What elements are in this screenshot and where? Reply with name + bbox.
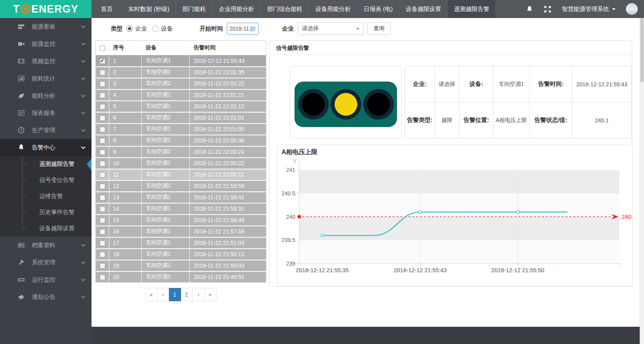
- cell-time: 2018-11-22 22:00:22: [190, 158, 266, 169]
- row-checkbox[interactable]: [100, 115, 105, 121]
- start-time-field[interactable]: [227, 23, 258, 35]
- notifications-bell-icon[interactable]: [526, 5, 533, 13]
- table-row[interactable]: 10 车间空调1 2018-11-22 22:00:22: [96, 158, 266, 169]
- sidebar-item-energy-monitor[interactable]: 能源监控: [0, 35, 91, 53]
- table-row[interactable]: 20 车间空调2 2018-11-22 21:49:51: [96, 271, 266, 283]
- row-checkbox[interactable]: [100, 252, 105, 257]
- nav-item-device-limit-setting[interactable]: 设备越限设置: [399, 0, 447, 18]
- page-button-3[interactable]: 2: [181, 288, 193, 301]
- nav-item-daily-report-electric[interactable]: 日报表 (电): [357, 0, 399, 18]
- row-checkbox[interactable]: [100, 229, 105, 235]
- table-row[interactable]: 17 车间空调1 2018-11-22 21:51:03: [96, 237, 266, 249]
- table-row[interactable]: 3 车间空调2 2018-11-22 22:01:22: [96, 78, 266, 89]
- top-nav: 首页实时数据 (秒级)部门能耗企业用能分析部门综合能耗设备用能分析日报表 (电)…: [91, 0, 496, 18]
- page-button-2[interactable]: 1: [169, 288, 181, 301]
- table-row[interactable]: 2 车间空调2 2018-11-22 22:01:35: [96, 67, 266, 78]
- table-row[interactable]: 12 车间空调2 2018-11-22 21:59:58: [96, 180, 266, 192]
- scrollbar[interactable]: [640, 18, 644, 344]
- sidebar-submenu: 遥测越限告警 信号变位告警 运维告警 历史事件告警 设备越限设置: [0, 156, 91, 237]
- table-row[interactable]: 16 车间空调1 2018-11-22 21:57:59: [96, 226, 266, 237]
- table-row[interactable]: 8 车间空调2 2018-11-22 22:00:36: [96, 135, 266, 146]
- sidebar-item-archives[interactable]: 档案资料: [0, 237, 91, 254]
- sidebar-subitem-signal-change-alarm[interactable]: 信号变位告警: [0, 172, 91, 188]
- calendar-icon[interactable]: [250, 26, 256, 32]
- row-checkbox[interactable]: [100, 81, 105, 87]
- page-button-5[interactable]: »: [204, 288, 216, 301]
- row-checkbox[interactable]: [100, 127, 105, 132]
- row-checkbox[interactable]: [100, 218, 105, 223]
- row-checkbox[interactable]: [100, 149, 105, 155]
- sidebar-subitem-history-event-alarm[interactable]: 历史事件告警: [0, 204, 91, 220]
- row-checkbox[interactable]: [100, 138, 105, 144]
- table-row[interactable]: 15 车间空调1 2018-11-22 21:58:49: [96, 215, 266, 226]
- scrollbar-thumb[interactable]: [640, 18, 644, 82]
- sidebar-item-energy-analysis[interactable]: 能耗分析: [0, 87, 91, 104]
- row-checkbox[interactable]: [100, 93, 105, 98]
- sidebar-item-alarm-center[interactable]: 告警中心: [0, 139, 91, 156]
- table-row[interactable]: 5 车间空调1 2018-11-22 22:01:12: [96, 101, 266, 112]
- row-checkbox[interactable]: [100, 206, 105, 212]
- table-row[interactable]: 18 车间空调1 2018-11-22 21:50:13: [96, 249, 266, 260]
- chevron-down-icon: [81, 93, 85, 97]
- table-row[interactable]: 11 车间空调2 2018-11-22 22:00:11: [96, 169, 266, 180]
- enterprise-label: 企业: [282, 25, 294, 33]
- table-row[interactable]: 7 车间空调1 2018-11-22 22:01:00: [96, 124, 266, 135]
- start-time-input[interactable]: [229, 25, 250, 32]
- row-checkbox[interactable]: [100, 275, 105, 280]
- row-checkbox[interactable]: [100, 104, 105, 109]
- enterprise-select[interactable]: 请选择: [298, 22, 364, 35]
- nav-item-dept-energy[interactable]: 部门能耗: [176, 0, 212, 18]
- row-checkbox[interactable]: [100, 240, 105, 246]
- table-row[interactable]: 4 车间空调1 2018-11-22 22:01:21: [96, 89, 266, 101]
- sidebar-item-energy-board[interactable]: 能源看板: [0, 18, 91, 35]
- sidebar-subitem-label: 历史事件告警: [39, 209, 75, 216]
- cell-time: 2018-11-22 22:01:21: [190, 89, 266, 101]
- nav-item-enterprise-energy-analysis[interactable]: 企业用能分析: [212, 0, 260, 18]
- row-checkbox[interactable]: [100, 263, 105, 269]
- system-title-menu[interactable]: 智慧能源管理系统: [562, 5, 615, 13]
- radio-selected-icon[interactable]: [126, 25, 133, 32]
- sidebar-item-system-mgmt[interactable]: 系统管理: [0, 254, 91, 271]
- sidebar-item-operation-monitor[interactable]: 运行监控: [0, 271, 91, 288]
- page-button-1[interactable]: ‹: [157, 288, 169, 301]
- table-row[interactable]: 6 车间空调2 2018-11-22 22:01:01: [96, 112, 266, 124]
- sidebar-item-video-monitor[interactable]: 视频监控: [0, 53, 91, 70]
- row-checkbox[interactable]: [100, 58, 105, 64]
- type-radio-1[interactable]: 设备: [152, 25, 173, 33]
- row-checkbox[interactable]: [100, 172, 105, 178]
- cell-device: 车间空调1: [142, 192, 190, 203]
- sidebar-subitem-ops-alarm[interactable]: 运维告警: [0, 188, 91, 204]
- table-row[interactable]: 14 车间空调1 2018-11-22 21:59:31: [96, 203, 266, 215]
- nav-item-home[interactable]: 首页: [91, 0, 122, 18]
- cell-time: 2018-11-22 22:01:00: [190, 124, 266, 135]
- type-radio-0[interactable]: 企业: [126, 25, 147, 33]
- table-row[interactable]: 13 车间空调1 2018-11-22 21:59:42: [96, 192, 266, 203]
- info-label: 设备:: [459, 66, 493, 102]
- table-row[interactable]: 19 车间空调1 2018-11-22 21:50:03: [96, 260, 266, 271]
- sidebar-subitem-device-limit-setting[interactable]: 设备越限设置: [0, 220, 91, 237]
- avatar[interactable]: [626, 3, 638, 15]
- row-checkbox[interactable]: [100, 70, 105, 75]
- nav-item-realtime-data[interactable]: 实时数据 (秒级): [122, 0, 176, 18]
- nav-item-dept-comprehensive-energy[interactable]: 部门综合能耗: [260, 0, 309, 18]
- radio-unselected-icon[interactable]: [152, 25, 159, 32]
- page-button-4[interactable]: ›: [192, 288, 205, 301]
- app-logo[interactable]: T ENERGY: [0, 0, 91, 18]
- sidebar-item-energy-stats[interactable]: 能耗统计: [0, 70, 91, 87]
- row-checkbox[interactable]: [100, 184, 105, 189]
- table-row[interactable]: 9 车间空调2 2018-11-22 22:00:24: [96, 146, 266, 158]
- row-checkbox[interactable]: [100, 195, 105, 200]
- nav-item-telemetry-limit-alarm[interactable]: 遥测越限告警: [447, 0, 496, 18]
- sidebar-subitem-telemetry-limit-alarm[interactable]: 遥测越限告警: [0, 156, 91, 172]
- sidebar-item-notices[interactable]: 通知公告: [0, 288, 91, 306]
- sidebar-item-report-service[interactable]: 报表服务: [0, 104, 91, 122]
- row-checkbox[interactable]: [100, 161, 105, 166]
- table-row[interactable]: 1 车间空调1 2018-12-12 21:55:43: [96, 55, 266, 67]
- nav-item-device-energy-analysis[interactable]: 设备用能分析: [309, 0, 357, 18]
- query-button[interactable]: 查询: [367, 22, 391, 35]
- cell-no: 13: [109, 192, 142, 203]
- select-all-checkbox[interactable]: [100, 46, 105, 51]
- page-button-0[interactable]: «: [145, 288, 157, 301]
- sidebar-item-production-mgmt[interactable]: 生产管理: [0, 122, 91, 139]
- fullscreen-icon[interactable]: [544, 5, 551, 13]
